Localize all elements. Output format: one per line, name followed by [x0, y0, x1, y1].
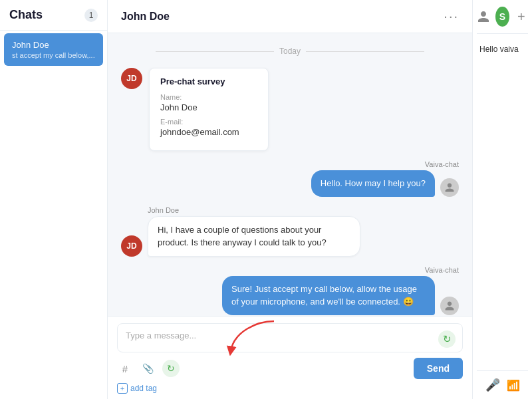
add-tag-row[interactable]: + add tag — [117, 383, 463, 394]
user-avatar: JD — [121, 68, 142, 89]
chat-menu-button[interactable]: ··· — [444, 9, 459, 24]
chat-list: John Doe st accept my call below,... — [0, 31, 107, 399]
right-panel-bottom: 🎤 📶 — [477, 370, 528, 392]
input-wrapper: Type a message... ↻ # — [108, 316, 472, 399]
right-panel-greeting: Hello vaiva — [477, 45, 528, 54]
sidebar-title: Chats — [9, 8, 43, 22]
user-message-1-inner: JD Hi, I have a couple of questions abou… — [121, 216, 360, 257]
user-message-1: John Doe JD Hi, I have a couple of quest… — [121, 206, 459, 257]
chat-item-name: John Doe — [12, 40, 95, 50]
user-message-1-content: Hi, I have a couple of questions about y… — [148, 216, 360, 257]
survey-email-label: E-mail: — [160, 118, 257, 126]
agent-sender-label-2: Vaiva-chat — [425, 266, 459, 274]
right-panel-icons: S + — [477, 7, 528, 34]
plus-icon: + — [117, 383, 128, 394]
hashtag-icon[interactable]: # — [117, 360, 133, 376]
status-icon-label: S — [499, 11, 505, 22]
survey-message: JD Pre-chat survey Name: John Doe E-mail… — [121, 68, 459, 151]
agent-message-2-content: Sure! Just accept my call below, allow t… — [222, 276, 435, 315]
chat-item[interactable]: John Doe st accept my call below,... — [4, 33, 103, 66]
survey-title: Pre-chat survey — [160, 76, 257, 86]
agent-message-2-inner: Sure! Just accept my call below, allow t… — [222, 276, 459, 315]
emoji-refresh-icon[interactable]: ↻ — [162, 360, 180, 377]
chat-header: John Doe ··· — [108, 0, 472, 33]
user-sender-label: John Doe — [148, 206, 179, 214]
messages-area: Today JD Pre-chat survey Name: John Doe … — [108, 33, 472, 316]
agent-message-1-content: Hello. How may I help you? — [311, 170, 435, 197]
agent-sender-label: Vaiva-chat — [425, 160, 459, 168]
status-badge-icon[interactable]: S — [495, 7, 509, 27]
agent-message-1: Vaiva-chat Hello. How may I help you? — [121, 160, 459, 197]
main-chat-panel: John Doe ··· Today JD Pre-chat survey Na… — [108, 0, 472, 399]
survey-email-value: johndoe@email.com — [160, 127, 257, 137]
add-button-icon[interactable]: + — [515, 7, 528, 27]
agent-avatar-1 — [440, 178, 459, 197]
agent-message-2-text: Sure! Just accept my call below, allow t… — [231, 283, 426, 309]
user-profile-icon[interactable] — [477, 7, 490, 27]
survey-card: Pre-chat survey Name: John Doe E-mail: j… — [149, 68, 269, 151]
survey-name-value: John Doe — [160, 102, 257, 112]
chat-contact-name: John Doe — [121, 11, 170, 23]
message-input[interactable]: Type a message... ↻ — [117, 323, 463, 352]
sidebar-badge: 1 — [84, 9, 98, 22]
input-toolbar: # 📎 ↻ Send — [117, 358, 463, 379]
add-tag-label: add tag — [130, 384, 157, 393]
survey-name-label: Name: — [160, 93, 257, 101]
agent-message-1-inner: Hello. How may I help you? — [311, 170, 459, 197]
chat-item-preview: st accept my call below,... — [12, 51, 95, 59]
sidebar-header: Chats 1 — [0, 0, 107, 31]
right-panel: S + Hello vaiva 🎤 📶 — [472, 0, 532, 399]
microphone-icon[interactable]: 🎤 — [485, 378, 500, 392]
send-button[interactable]: Send — [414, 358, 463, 379]
refresh-button[interactable]: ↻ — [438, 331, 456, 348]
agent-avatar-2 — [440, 297, 459, 315]
date-divider: Today — [121, 47, 459, 56]
input-left-tools: # 📎 ↻ — [117, 360, 180, 377]
sidebar: Chats 1 John Doe st accept my call below… — [0, 0, 108, 399]
signal-icon[interactable]: 📶 — [507, 379, 520, 392]
input-area: Type a message... ↻ # — [108, 316, 472, 399]
attachment-icon[interactable]: 📎 — [140, 360, 156, 376]
input-placeholder: Type a message... — [126, 331, 196, 340]
agent-message-2: Vaiva-chat Sure! Just accept my call bel… — [121, 266, 459, 317]
user-avatar-2: JD — [121, 235, 142, 257]
